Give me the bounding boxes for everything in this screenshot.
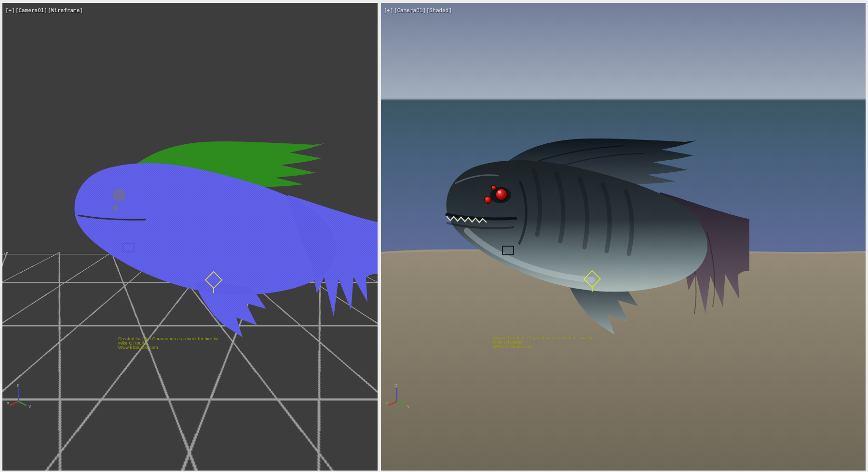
watermark-line3: Www.frlzstudio.com bbox=[493, 345, 595, 349]
viewport-shaded[interactable]: [+][Camera01][Shaded] Created for Intel … bbox=[381, 3, 866, 471]
viewport-label: [+][Camera01][Wireframe] bbox=[5, 7, 83, 14]
fish-eye-large bbox=[496, 189, 507, 200]
watermark: Created for Intel Corporation as a work … bbox=[118, 337, 220, 350]
fish-eye-small bbox=[491, 185, 496, 190]
world-axis-tripod: z x y bbox=[6, 382, 32, 408]
watermark: Created for Intel Corporation as a work … bbox=[493, 336, 595, 349]
shading-menu[interactable]: [Wireframe] bbox=[48, 7, 83, 14]
viewport-wireframe[interactable]: [+][Camera01][Wireframe] Created for Int… bbox=[2, 3, 378, 471]
axis-label-x: x bbox=[7, 401, 10, 405]
watermark-line3: Www.frlzstudio.com bbox=[118, 346, 220, 350]
fish-eye-small bbox=[112, 204, 119, 211]
viewport-label: [+][Camera01][Shaded] bbox=[384, 7, 452, 14]
fish-model-wireframe[interactable] bbox=[75, 141, 378, 337]
shaded-scene bbox=[381, 3, 866, 471]
eye-highlight bbox=[498, 191, 501, 194]
fish-eye-mid bbox=[485, 196, 492, 204]
viewport-menu-button[interactable]: [+] bbox=[384, 7, 393, 14]
axis-label-z: z bbox=[395, 383, 397, 388]
axis-label-z: z bbox=[16, 383, 19, 388]
main-window: [+][Camera01][Wireframe] Created for Int… bbox=[0, 0, 868, 472]
fish-eye-large bbox=[113, 189, 125, 201]
axis-label-x: x bbox=[385, 401, 388, 405]
wireframe-scene bbox=[2, 3, 378, 471]
axis-label-y: y bbox=[407, 404, 410, 408]
pov-menu[interactable]: [Camera01] bbox=[394, 7, 426, 14]
world-axis-tripod: z x y bbox=[385, 382, 411, 408]
shading-menu[interactable]: [Shaded] bbox=[426, 7, 452, 14]
viewport-splitter[interactable] bbox=[378, 0, 381, 472]
viewport-menu-button[interactable]: [+] bbox=[5, 7, 15, 14]
axis-label-y: y bbox=[28, 404, 31, 408]
pov-menu[interactable]: [Camera01] bbox=[15, 7, 47, 14]
